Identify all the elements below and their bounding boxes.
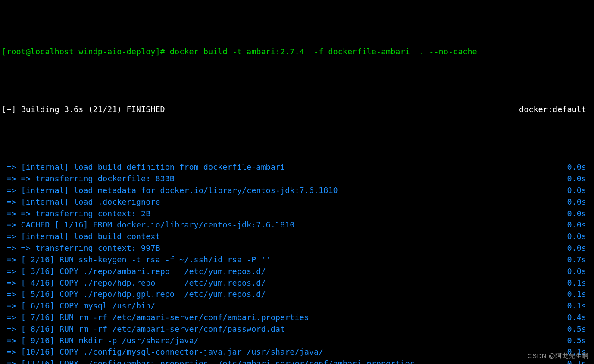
build-step-row: => [ 7/16] RUN rm -rf /etc/ambari-server…: [0, 312, 594, 324]
build-step-row: => [internal] load .dockerignore0.0s: [0, 196, 594, 208]
build-step-text: => => transferring context: 997B: [2, 243, 160, 254]
build-step-text: => [internal] load build context: [2, 231, 160, 243]
build-step-duration: 0.0s: [567, 266, 592, 277]
build-step-text: => [ 2/16] RUN ssh-keygen -t rsa -f ~/.s…: [2, 254, 271, 266]
build-step-row: => => transferring context: 2B0.0s: [0, 208, 594, 220]
build-step-row: => [ 8/16] RUN rm -rf /etc/ambari-server…: [0, 324, 594, 335]
prompt-dir: windp-aio-deploy: [78, 47, 155, 56]
build-step-row: => [ 2/16] RUN ssh-keygen -t rsa -f ~/.s…: [0, 254, 594, 266]
prompt-user-host: [root@localhost: [2, 47, 78, 56]
prompt-line-1[interactable]: [root@localhost windp-aio-deploy]# docke…: [0, 46, 594, 58]
build-step-duration: 0.0s: [567, 196, 592, 208]
build-step-row: => [internal] load build definition from…: [0, 162, 594, 173]
build-step-duration: 0.5s: [567, 335, 592, 347]
build-step-text: => [ 4/16] COPY ./repo/hdp.repo /etc/yum…: [2, 277, 266, 289]
build-step-duration: 0.0s: [567, 185, 592, 196]
csdn-watermark: CSDN @阿龙先生啊: [528, 351, 589, 361]
build-step-row: => [ 3/16] COPY ./repo/ambari.repo /etc/…: [0, 266, 594, 277]
build-status-line: [+] Building 3.6s (21/21) FINISHED docke…: [0, 104, 594, 115]
terminal-output: [root@localhost windp-aio-deploy]# docke…: [0, 0, 594, 364]
build-step-row: => [internal] load build context0.0s: [0, 231, 594, 243]
build-step-text: => [ 7/16] RUN rm -rf /etc/ambari-server…: [2, 312, 309, 324]
build-step-text: => [11/16] COPY ./config/ambari.properti…: [2, 358, 415, 364]
build-step-row: => [ 9/16] RUN mkdir -p /usr/share/java/…: [0, 335, 594, 347]
build-step-duration: 0.1s: [567, 300, 592, 312]
build-step-text: => CACHED [ 1/16] FROM docker.io/library…: [2, 219, 294, 231]
build-step-row: => [internal] load metadata for docker.i…: [0, 185, 594, 196]
build-step-duration: 0.0s: [567, 173, 592, 185]
build-step-duration: 0.4s: [567, 312, 592, 324]
build-step-text: => [internal] load metadata for docker.i…: [2, 185, 338, 196]
build-step-text: => => transferring context: 2B: [2, 208, 150, 220]
build-step-duration: 0.1s: [567, 289, 592, 300]
build-step-text: => [ 8/16] RUN rm -rf /etc/ambari-server…: [2, 324, 285, 335]
build-step-text: => [10/16] COPY ./config/mysql-connector…: [2, 346, 323, 358]
build-step-text: => [ 6/16] COPY mysql /usr/bin/: [2, 300, 155, 312]
build-step-row: => [ 4/16] COPY ./repo/hdp.repo /etc/yum…: [0, 277, 594, 289]
build-step-text: => [ 3/16] COPY ./repo/ambari.repo /etc/…: [2, 266, 266, 277]
build-step-row: => [11/16] COPY ./config/ambari.properti…: [0, 358, 594, 364]
build-step-duration: 0.0s: [567, 162, 592, 173]
build-step-duration: 0.7s: [567, 254, 592, 266]
prompt-close: ]#: [155, 47, 169, 56]
build-step-row: => [ 6/16] COPY mysql /usr/bin/0.1s: [0, 300, 594, 312]
build-step-row: => [ 5/16] COPY ./repo/hdp.gpl.repo /etc…: [0, 289, 594, 300]
build-step-text: => [internal] load build definition from…: [2, 162, 285, 173]
build-step-row: => [10/16] COPY ./config/mysql-connector…: [0, 346, 594, 358]
build-step-text: => [ 5/16] COPY ./repo/hdp.gpl.repo /etc…: [2, 289, 266, 300]
build-step-row: => => transferring dockerfile: 833B0.0s: [0, 173, 594, 185]
build-step-duration: 0.0s: [567, 208, 592, 220]
build-step-duration: 0.0s: [567, 231, 592, 243]
build-step-duration: 0.1s: [567, 277, 592, 289]
build-step-text: => [internal] load .dockerignore: [2, 196, 160, 208]
build-status-right: docker:default: [519, 104, 592, 115]
build-steps: => [internal] load build definition from…: [0, 162, 594, 364]
build-step-text: => => transferring dockerfile: 833B: [2, 173, 175, 185]
build-step-duration: 0.0s: [567, 243, 592, 254]
build-status-left: [+] Building 3.6s (21/21) FINISHED: [2, 104, 165, 115]
build-step-text: => [ 9/16] RUN mkdir -p /usr/share/java/: [2, 335, 199, 347]
command-text: docker build -t ambari:2.7.4 -f dockerfi…: [170, 47, 477, 56]
build-step-row: => => transferring context: 997B0.0s: [0, 243, 594, 254]
build-step-duration: 0.0s: [567, 219, 592, 231]
build-step-duration: 0.5s: [567, 324, 592, 335]
build-step-row: => CACHED [ 1/16] FROM docker.io/library…: [0, 219, 594, 231]
